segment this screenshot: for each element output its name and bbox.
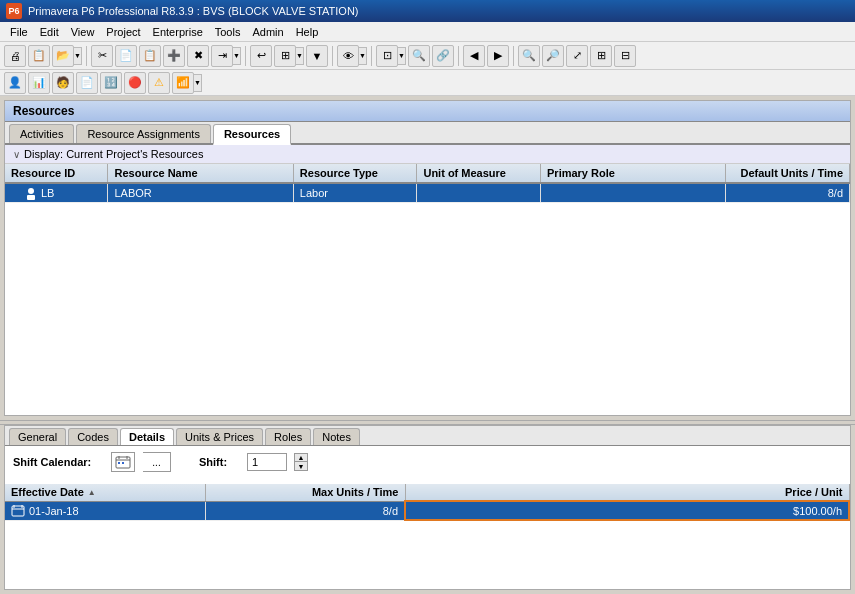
table-row[interactable]: LB LABOR Labor 8/d [5,183,850,203]
sub-table-container: Effective Date ▲ Max Units / Time Price … [5,484,850,589]
resources-panel-header: Resources [5,101,850,122]
level-btn[interactable]: 📶 [172,72,194,94]
row-calendar-icon [11,504,25,518]
filter-btn[interactable]: ▼ [306,45,328,67]
add-btn[interactable]: ➕ [163,45,185,67]
shift-spinner: ▲ ▼ [294,453,308,471]
svg-rect-6 [118,462,120,464]
cell-primary-role [541,183,726,203]
main-content: Resources Activities Resource Assignment… [0,96,855,594]
resource-labor-icon [24,186,38,200]
cell-default-units-time: 8/d [726,183,850,203]
indent-dropdown[interactable]: ▼ [233,47,241,65]
cell-price-unit[interactable]: $100.00/h [405,501,849,520]
sep-1 [86,46,87,66]
shift-input[interactable] [247,453,287,471]
tab-notes[interactable]: Notes [313,428,360,445]
menu-view[interactable]: View [65,24,101,40]
menu-help[interactable]: Help [290,24,325,40]
app-icon: P6 [6,3,22,19]
shift-spin-up[interactable]: ▲ [294,453,308,462]
sep-6 [513,46,514,66]
col-resource-name: Resource Name [108,164,293,183]
tab-resource-assignments[interactable]: Resource Assignments [76,124,211,143]
warn-btn[interactable]: ⚠ [148,72,170,94]
resource-btn[interactable]: 👤 [4,72,26,94]
fit-btn[interactable]: ⤢ [566,45,588,67]
resources-panel: Resources Activities Resource Assignment… [4,100,851,416]
link-btn[interactable]: 🔗 [432,45,454,67]
menu-file[interactable]: File [4,24,34,40]
display-text: Display: Current Project's Resources [24,148,203,160]
columns-btn[interactable]: ⊞ [274,45,296,67]
delete-btn[interactable]: ✖ [187,45,209,67]
cell-resource-id: LB [5,183,108,203]
view-dropdown[interactable]: ▼ [359,47,367,65]
resources-table-body: LB LABOR Labor 8/d [5,183,850,203]
calc-btn[interactable]: 🔢 [100,72,122,94]
tab-roles[interactable]: Roles [265,428,311,445]
table-row[interactable]: 01-Jan-18 8/d $100.00/h [5,501,849,520]
alert-btn[interactable]: 🔴 [124,72,146,94]
col-default-units-time: Default Units / Time [726,164,850,183]
cell-resource-name: LABOR [108,183,293,203]
indent-btn[interactable]: ⇥ [211,45,233,67]
menu-project[interactable]: Project [100,24,146,40]
sep-3 [332,46,333,66]
menu-enterprise[interactable]: Enterprise [147,24,209,40]
shift-label: Shift: [199,456,239,468]
sep-4 [371,46,372,66]
tab-activities[interactable]: Activities [9,124,74,143]
sep-5 [458,46,459,66]
bottom-panel: General Codes Details Units & Prices Rol… [4,425,851,590]
layout-dropdown[interactable]: ▼ [398,47,406,65]
shift-calendar-input[interactable] [111,452,135,472]
doc-btn[interactable]: 📄 [76,72,98,94]
menu-tools[interactable]: Tools [209,24,247,40]
col-unit-of-measure: Unit of Measure [417,164,541,183]
col-resource-id: Resource ID [5,164,108,183]
col-resource-type: Resource Type [293,164,417,183]
shift-spin-down[interactable]: ▼ [294,462,308,471]
open-btn[interactable]: 📂 [52,45,74,67]
paste-btn[interactable]: 📋 [139,45,161,67]
chart-btn[interactable]: 📊 [28,72,50,94]
open-dropdown-arrow[interactable]: ▼ [74,47,82,65]
sort-arrow[interactable]: ▲ [88,488,96,497]
svg-point-0 [28,188,34,194]
tab-resources[interactable]: Resources [213,124,291,145]
resources-table: Resource ID Resource Name Resource Type … [5,164,850,203]
app-title: Primavera P6 Professional R8.3.9 : BVS (… [28,5,359,17]
expand-btn[interactable]: ⊞ [590,45,612,67]
forward-btn[interactable]: ▶ [487,45,509,67]
undo-btn[interactable]: ↩ [250,45,272,67]
person-btn[interactable]: 🧑 [52,72,74,94]
search-btn[interactable]: 🔍 [408,45,430,67]
tab-general[interactable]: General [9,428,66,445]
menu-edit[interactable]: Edit [34,24,65,40]
tab-details[interactable]: Details [120,428,174,445]
copy-btn[interactable]: 📄 [115,45,137,67]
level-dropdown[interactable]: ▼ [194,74,202,92]
back-btn[interactable]: ◀ [463,45,485,67]
tab-codes[interactable]: Codes [68,428,118,445]
shift-calendar-row: Shift Calendar: ... Shift: [13,452,842,472]
calendar-ellipsis-btn[interactable]: ... [143,452,171,472]
columns-dropdown[interactable]: ▼ [296,47,304,65]
collapse-btn[interactable]: ⊟ [614,45,636,67]
zoom-out-btn[interactable]: 🔍 [518,45,540,67]
print-btn[interactable]: 📋 [28,45,50,67]
new-btn[interactable]: 🖨 [4,45,26,67]
sub-col-price-unit: Price / Unit [405,484,849,501]
zoom-in-btn[interactable]: 🔎 [542,45,564,67]
view-btn[interactable]: 👁 [337,45,359,67]
layout-btn[interactable]: ⊡ [376,45,398,67]
sep-2 [245,46,246,66]
menu-bar: File Edit View Project Enterprise Tools … [0,22,855,42]
display-bar: ∨ Display: Current Project's Resources [5,145,850,164]
tab-units-prices[interactable]: Units & Prices [176,428,263,445]
units-prices-table: Effective Date ▲ Max Units / Time Price … [5,484,850,521]
display-collapse-arrow[interactable]: ∨ [13,149,20,160]
cut-btn[interactable]: ✂ [91,45,113,67]
menu-admin[interactable]: Admin [246,24,289,40]
